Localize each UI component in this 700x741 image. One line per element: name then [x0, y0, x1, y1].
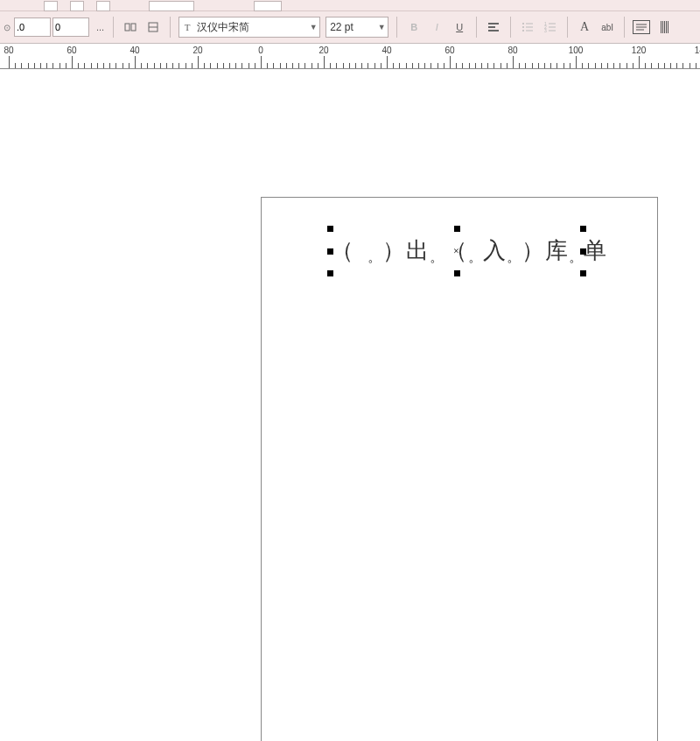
ruler-label: 20 [192, 45, 202, 55]
handle-bottom-center[interactable] [454, 270, 460, 276]
edit-icon[interactable] [143, 17, 164, 38]
ruler-label: 0 [258, 45, 263, 55]
svg-point-7 [522, 23, 524, 24]
svg-text:3: 3 [544, 28, 547, 33]
font-family-value: 汉仪中宋简 [195, 20, 307, 35]
quick-btn-3[interactable] [96, 1, 110, 11]
box-icon [633, 20, 650, 34]
handle-mid-right[interactable] [580, 248, 586, 255]
bold-button[interactable]: B [403, 17, 424, 38]
font-family-combo[interactable]: T 汉仪中宋简 ▼ [178, 17, 320, 38]
ruler-label: 60 [66, 45, 76, 55]
coord-input[interactable]: ⊙ [2, 17, 89, 37]
zoom-box[interactable] [149, 1, 194, 11]
horizontal-ruler[interactable]: 80604020020406080100120140 [0, 44, 700, 69]
quick-btn-1[interactable] [44, 1, 58, 11]
bullet-list-button[interactable] [517, 17, 538, 38]
dropcap-button[interactable]: A [574, 17, 595, 38]
separator [476, 17, 477, 38]
chevron-down-icon: ▼ [375, 23, 388, 31]
align-button[interactable] [483, 17, 504, 38]
svg-point-11 [522, 30, 524, 31]
italic-button[interactable]: I [426, 17, 447, 38]
handle-top-left[interactable] [327, 226, 333, 232]
abi-button[interactable]: abI [597, 17, 618, 38]
svg-rect-0 [125, 24, 130, 31]
number-list-button[interactable]: 123 [540, 17, 561, 38]
ruler-label: 80 [508, 45, 517, 55]
handle-top-right[interactable] [580, 226, 586, 232]
text-frame-selected[interactable]: （ 。）出。（。入。）库。单 × [331, 229, 583, 273]
top-strip [0, 0, 700, 11]
text-frame-button[interactable] [631, 17, 652, 38]
separator [113, 17, 114, 38]
handle-bottom-right[interactable] [580, 270, 586, 276]
ruler-label: 140 [695, 45, 700, 55]
text-icon: T [179, 22, 195, 32]
find-icon[interactable] [120, 17, 141, 38]
ruler-label: 80 [4, 45, 13, 55]
separator [396, 17, 397, 38]
ruler-label: 40 [382, 45, 391, 55]
ruler-label: 120 [632, 45, 647, 55]
text-content[interactable]: （ 。）出。（。入。）库。单 [331, 235, 607, 267]
separator [510, 17, 511, 38]
handle-mid-left[interactable] [327, 248, 333, 255]
columns-icon [661, 20, 668, 34]
columns-button[interactable] [654, 17, 675, 38]
ruler-label: 20 [318, 45, 328, 55]
units-label: ... [96, 22, 104, 32]
handle-bottom-left[interactable] [327, 270, 333, 276]
ruler-label: 60 [444, 45, 454, 55]
underline-button[interactable]: U [449, 17, 470, 38]
format-toolbar: ⊙ ... T 汉仪中宋简 ▼ 22 pt ▼ B I U 123 A abI [0, 11, 700, 44]
coord-field-2[interactable] [52, 17, 89, 37]
center-marker-icon: × [453, 245, 460, 258]
document-page[interactable] [261, 197, 658, 741]
coord-field-1[interactable] [14, 17, 51, 37]
svg-rect-1 [131, 24, 136, 31]
svg-point-9 [522, 26, 524, 28]
separator [624, 17, 625, 38]
quick-btn-2[interactable] [70, 1, 84, 11]
font-size-combo[interactable]: 22 pt ▼ [326, 17, 388, 38]
separator [567, 17, 568, 38]
font-size-value: 22 pt [326, 21, 375, 33]
ruler-label: 40 [130, 45, 139, 55]
chevron-down-icon: ▼ [307, 23, 319, 31]
canvas-area[interactable]: （ 。）出。（。入。）库。单 × [0, 69, 700, 741]
ruler-label: 100 [569, 45, 584, 55]
separator [170, 17, 171, 38]
handle-top-center[interactable] [454, 226, 460, 232]
menu-box[interactable] [254, 1, 282, 11]
